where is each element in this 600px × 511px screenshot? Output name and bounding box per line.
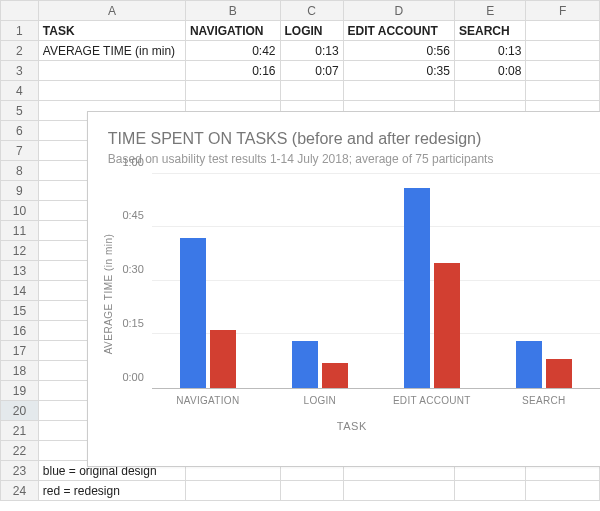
col-header-B[interactable]: B: [185, 1, 280, 21]
x-tick: NAVIGATION: [152, 389, 264, 414]
bar-group: [488, 174, 600, 388]
bar-redesign: [546, 359, 572, 388]
row-header-17[interactable]: 17: [1, 341, 39, 361]
row-header-2[interactable]: 2: [1, 41, 39, 61]
cell[interactable]: [185, 481, 280, 501]
row-header-10[interactable]: 10: [1, 201, 39, 221]
col-header-A[interactable]: A: [38, 1, 185, 21]
bar-redesign: [434, 263, 460, 388]
cell[interactable]: 0:07: [280, 61, 343, 81]
chart-card[interactable]: TIME SPENT ON TASKS (before and after re…: [87, 111, 600, 467]
x-tick: EDIT ACCOUNT: [376, 389, 488, 414]
chart-title: TIME SPENT ON TASKS (before and after re…: [108, 130, 600, 148]
row-header-11[interactable]: 11: [1, 221, 39, 241]
row-header-7[interactable]: 7: [1, 141, 39, 161]
cell[interactable]: [185, 81, 280, 101]
y-tick: 1:00: [122, 156, 143, 168]
row-header-1[interactable]: 1: [1, 21, 39, 41]
cell[interactable]: [38, 81, 185, 101]
cell[interactable]: EDIT ACCOUNT: [343, 21, 454, 41]
chart-plot: AVERAGE TIME (in min)0:000:150:300:451:0…: [152, 174, 600, 414]
bar-group: [264, 174, 376, 388]
cell[interactable]: [343, 481, 454, 501]
col-header-D[interactable]: D: [343, 1, 454, 21]
bar-group: [152, 174, 264, 388]
cell[interactable]: 0:42: [185, 41, 280, 61]
row-header-24[interactable]: 24: [1, 481, 39, 501]
cell[interactable]: [454, 81, 525, 101]
x-tick: LOGIN: [264, 389, 376, 414]
x-tick: SEARCH: [488, 389, 600, 414]
bar-group: [376, 174, 488, 388]
row-header-9[interactable]: 9: [1, 181, 39, 201]
row-header-14[interactable]: 14: [1, 281, 39, 301]
bar-original-design: [404, 188, 430, 388]
cell[interactable]: [526, 81, 600, 101]
cell[interactable]: AVERAGE TIME (in min): [38, 41, 185, 61]
cell[interactable]: [526, 61, 600, 81]
cell[interactable]: [280, 481, 343, 501]
y-tick: 0:00: [122, 371, 143, 383]
row-header-15[interactable]: 15: [1, 301, 39, 321]
cell[interactable]: [454, 481, 525, 501]
cell[interactable]: red = redesign: [38, 481, 185, 501]
cell[interactable]: [526, 481, 600, 501]
cell[interactable]: NAVIGATION: [185, 21, 280, 41]
cell[interactable]: [526, 21, 600, 41]
y-tick: 0:15: [122, 317, 143, 329]
x-axis-label: TASK: [102, 420, 600, 432]
cell[interactable]: 0:35: [343, 61, 454, 81]
bar-original-design: [292, 341, 318, 387]
cell[interactable]: 0:16: [185, 61, 280, 81]
row-header-19[interactable]: 19: [1, 381, 39, 401]
bar-redesign: [322, 363, 348, 388]
row-header-12[interactable]: 12: [1, 241, 39, 261]
cell[interactable]: [38, 61, 185, 81]
cell[interactable]: [280, 81, 343, 101]
y-tick: 0:45: [122, 209, 143, 221]
cell[interactable]: 0:13: [280, 41, 343, 61]
row-header-8[interactable]: 8: [1, 161, 39, 181]
cell[interactable]: LOGIN: [280, 21, 343, 41]
row-header-4[interactable]: 4: [1, 81, 39, 101]
cell[interactable]: [526, 41, 600, 61]
row-header-18[interactable]: 18: [1, 361, 39, 381]
cell[interactable]: [343, 81, 454, 101]
row-header-3[interactable]: 3: [1, 61, 39, 81]
row-header-22[interactable]: 22: [1, 441, 39, 461]
cell[interactable]: TASK: [38, 21, 185, 41]
cell[interactable]: TIME SPENT ON TASKS (before and after re…: [38, 101, 185, 121]
spreadsheet[interactable]: ABCDEF 1TASKNAVIGATIONLOGINEDIT ACCOUNTS…: [0, 0, 600, 501]
row-header-5[interactable]: 5: [1, 101, 39, 121]
chart-subtitle: Based on usability test results 1-14 Jul…: [108, 152, 600, 166]
bar-redesign: [210, 330, 236, 387]
col-header-F[interactable]: F: [526, 1, 600, 21]
bar-original-design: [180, 238, 206, 388]
row-header-20[interactable]: 20: [1, 401, 39, 421]
row-header-13[interactable]: 13: [1, 261, 39, 281]
cell[interactable]: 0:13: [454, 41, 525, 61]
row-header-6[interactable]: 6: [1, 121, 39, 141]
cell[interactable]: 0:56: [343, 41, 454, 61]
corner-cell[interactable]: [1, 1, 39, 21]
cell[interactable]: SEARCH: [454, 21, 525, 41]
row-header-21[interactable]: 21: [1, 421, 39, 441]
row-header-16[interactable]: 16: [1, 321, 39, 341]
row-header-23[interactable]: 23: [1, 461, 39, 481]
col-header-E[interactable]: E: [454, 1, 525, 21]
cell[interactable]: 0:08: [454, 61, 525, 81]
y-tick: 0:30: [122, 263, 143, 275]
bar-original-design: [516, 341, 542, 387]
col-header-C[interactable]: C: [280, 1, 343, 21]
